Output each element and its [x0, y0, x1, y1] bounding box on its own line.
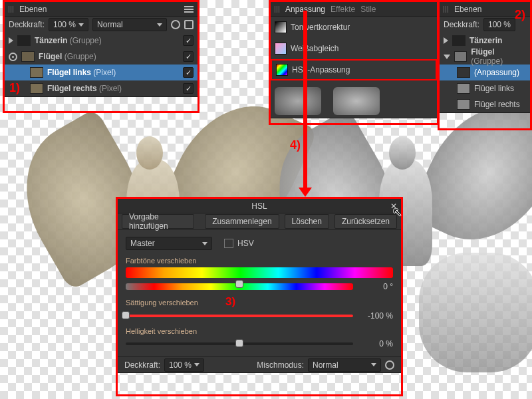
hsl-opacity-field[interactable]: 100 % — [164, 358, 204, 372]
annotation-3: 3) — [225, 295, 235, 309]
preview-thumb[interactable] — [333, 87, 380, 115]
hsl-blend-field[interactable]: Normal — [308, 358, 381, 372]
layer-thumb — [21, 51, 35, 62]
panel-title: Ebenen — [19, 5, 47, 14]
gear-icon[interactable] — [385, 360, 394, 370]
visibility-checkbox[interactable] — [183, 51, 194, 62]
delete-button[interactable]: Löschen — [285, 214, 329, 229]
hue-bar — [126, 267, 393, 278]
tab-effects[interactable]: Effekte — [331, 5, 355, 14]
layer-row[interactable]: Flügel (Gruppe) — [5, 49, 198, 65]
layer-row[interactable]: Tänzerin (Gruppe) — [5, 33, 198, 49]
luminosity-label: Helligkeit verschieben — [126, 327, 393, 335]
merge-button[interactable]: Zusammenlegen — [205, 214, 279, 229]
cursor-icon: ↖ — [392, 205, 402, 219]
disclosure-icon[interactable] — [9, 37, 13, 44]
visibility-checkbox[interactable] — [183, 67, 194, 78]
layer-row-selected[interactable]: (Anpassung) — [440, 65, 530, 80]
channel-select[interactable]: Master — [126, 237, 212, 250]
adjustment-item[interactable]: Weißabgleich — [271, 38, 437, 59]
gear-icon[interactable] — [171, 20, 180, 29]
saturation-slider[interactable] — [126, 315, 353, 317]
reset-button[interactable]: Zurücksetzen — [334, 214, 397, 229]
layer-thumb — [30, 83, 43, 94]
disclosure-icon — [444, 37, 448, 44]
layer-row[interactable]: Tänzerin — [440, 33, 530, 49]
layer-row[interactable]: Flügel rechts (Pixel) — [5, 80, 198, 96]
layer-row[interactable]: Flügel rechts — [440, 96, 530, 112]
levels-icon — [275, 21, 287, 33]
tab-styles[interactable]: Stile — [360, 5, 376, 14]
adjustments-panel: Anpassung Effekte Stile Tonwertkorrektur… — [270, 1, 438, 118]
opacity-field[interactable]: 100 % — [49, 18, 88, 31]
lock-icon[interactable] — [184, 20, 194, 29]
wb-icon — [275, 43, 287, 55]
visibility-checkbox[interactable] — [183, 35, 194, 46]
add-preset-button[interactable]: Vorgabe hinzufügen — [122, 214, 194, 229]
layer-thumb — [17, 35, 31, 46]
dialog-title: HSL — [251, 201, 267, 211]
luminosity-value[interactable]: 0 % — [360, 339, 393, 348]
hue-label: Farbtöne verschieben — [126, 257, 393, 265]
preview-thumb[interactable] — [275, 87, 321, 115]
opacity-field[interactable]: 100 % — [483, 18, 515, 31]
blend-field[interactable]: Normal — [92, 18, 167, 31]
annotation-2: 2) — [515, 8, 525, 22]
annotation-1: 1) — [9, 81, 20, 95]
opacity-label: Deckkraft: — [9, 20, 45, 29]
layer-row[interactable]: Flügel links — [440, 80, 530, 96]
hsl-dialog: HSL ✕ Vorgabe hinzufügen Zusammenlegen L… — [117, 198, 402, 373]
layer-row[interactable]: Flügel (Gruppe) — [440, 49, 530, 65]
menu-icon[interactable] — [184, 6, 194, 13]
adjustment-item-hsl[interactable]: HSL-Anpassung — [271, 59, 437, 80]
annotation-4: 4) — [290, 138, 301, 152]
hsl-icon — [276, 64, 288, 76]
hue-value[interactable]: 0 ° — [360, 282, 393, 291]
layer-row-selected[interactable]: Flügel links (Pixel) — [5, 65, 198, 80]
saturation-value[interactable]: -100 % — [360, 311, 393, 321]
layers-panel-left: Ebenen Deckkraft: 100 % Normal Tänzerin … — [4, 1, 198, 97]
saturation-label: Sättigung verschieben — [126, 299, 198, 307]
hsv-label: HSV — [237, 239, 254, 248]
visibility-checkbox[interactable] — [183, 83, 194, 94]
luminosity-slider[interactable] — [126, 342, 353, 345]
layer-thumb — [30, 67, 43, 78]
disclosure-icon — [444, 55, 450, 59]
hue-slider[interactable] — [126, 283, 353, 290]
hsv-checkbox[interactable] — [224, 239, 233, 248]
adjustment-item[interactable]: Tonwertkorrektur — [271, 17, 437, 38]
